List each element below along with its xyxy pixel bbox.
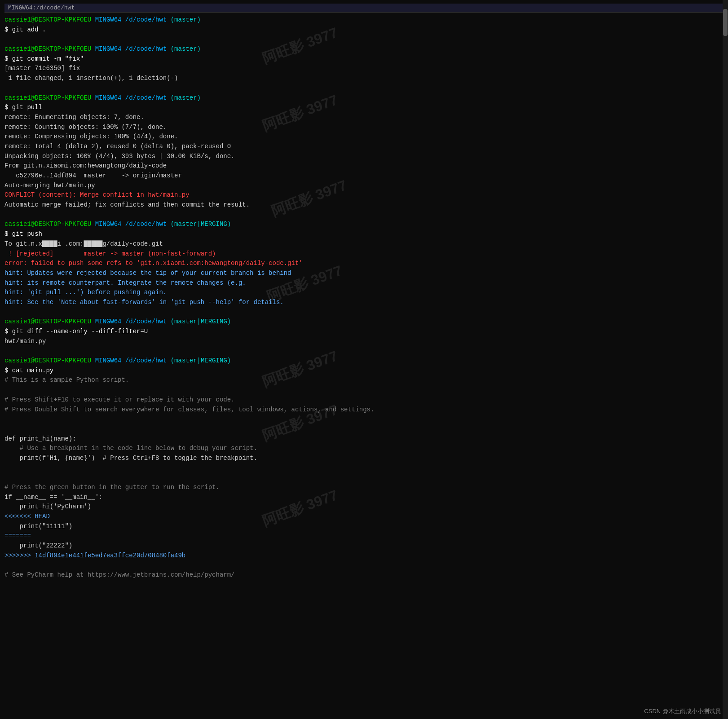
prompt-branch: (master|MERGING) (171, 318, 231, 325)
info-line: Auto-merging hwt/main.py (4, 182, 95, 189)
terminal-line: print("11111") (4, 522, 724, 532)
terminal-line (4, 35, 724, 44)
terminal-line: remote: Enumerating objects: 7, done. (4, 113, 724, 123)
info-line: Unpacking objects: 100% (4/4), 393 bytes… (4, 153, 234, 160)
scrollbar-thumb[interactable] (723, 9, 728, 36)
prompt-cmd: $ git commit -m "fix" (4, 55, 84, 62)
terminal-window: MINGW64:/d/code/hwt cassie1@DESKTOP-KPKF… (0, 0, 728, 719)
code-line: print("11111") (4, 523, 72, 530)
terminal-line: Auto-merging hwt/main.py (4, 181, 724, 191)
terminal-line (4, 210, 724, 220)
info-line: remote: Total 4 (delta 2), reused 0 (del… (4, 143, 231, 150)
terminal-line: c52796e..14df894 master -> origin/master (4, 171, 724, 181)
terminal-line: ======= (4, 531, 724, 541)
terminal-line: cassie1@DESKTOP-KPKFOEU MINGW64 /d/code/… (4, 317, 724, 336)
code-comment-line: # This is a sample Python script. (4, 376, 129, 384)
title-text: MINGW64:/d/code/hwt (8, 4, 75, 11)
terminal-line: # Press the green button in the gutter t… (4, 483, 724, 493)
terminal-line: CONFLICT (content): Merge conflict in hw… (4, 190, 724, 200)
hint-line: hint: 'git pull ...') before pushing aga… (4, 289, 167, 296)
prompt-cmd: $ git add . (4, 26, 46, 33)
terminal-line (4, 473, 724, 483)
terminal-line: error: failed to push some refs to 'git.… (4, 259, 724, 269)
terminal-line: Unpacking objects: 100% (4/4), 393 bytes… (4, 152, 724, 162)
rejected-line: ! [rejected] master -> master (non-fast-… (4, 250, 216, 257)
terminal-line (4, 346, 724, 356)
hint-line: hint: See the 'Note about fast-forwards'… (4, 299, 284, 306)
info-line: Automatic merge failed; fix conflicts an… (4, 201, 250, 208)
terminal-line (4, 415, 724, 424)
terminal-line (4, 463, 724, 473)
terminal-line: print(f'Hi, {name}') # Press Ctrl+F8 to … (4, 454, 724, 463)
terminal-line: remote: Compressing objects: 100% (4/4),… (4, 132, 724, 142)
info-line: [master 71e6350] fix (4, 65, 80, 72)
terminal-line: From git.n.xiaomi.com:hewangtong/daily-c… (4, 161, 724, 171)
code-comment-line: # Press Double Shift to search everywher… (4, 406, 374, 413)
scrollbar[interactable] (723, 0, 728, 719)
terminal-line (4, 308, 724, 318)
terminal-line: # Press Shift+F10 to execute it or repla… (4, 395, 724, 405)
code-comment-line: # Use a breakpoint in the code line belo… (4, 445, 257, 452)
terminal-line: hint: Updates were rejected because the … (4, 269, 724, 278)
prompt-path: MINGW64 /d/code/hwt (95, 94, 167, 101)
terminal-line (4, 561, 724, 571)
terminal-line: hint: 'git pull ...') before pushing aga… (4, 288, 724, 298)
terminal-line: cassie1@DESKTOP-KPKFOEU MINGW64 /d/code/… (4, 93, 724, 113)
terminal-line: [master 71e6350] fix (4, 64, 724, 74)
terminal-line: Automatic merge failed; fix conflicts an… (4, 200, 724, 210)
terminal-line: # Use a breakpoint in the code line belo… (4, 444, 724, 454)
code-line: print_hi('PyCharm') (4, 503, 91, 510)
code-comment-line: # Press the green button in the gutter t… (4, 484, 220, 491)
hint-line: hint: its remote counterpart. Integrate … (4, 279, 246, 287)
title-bar: MINGW64:/d/code/hwt (4, 4, 724, 13)
terminal-line: cassie1@DESKTOP-KPKFOEU MINGW64 /d/code/… (4, 220, 724, 239)
prompt-user: cassie1@DESKTOP-KPKFOEU (4, 45, 91, 53)
terminal-body[interactable]: cassie1@DESKTOP-KPKFOEU MINGW64 /d/code/… (4, 15, 724, 580)
prompt-cmd: $ cat main.py (4, 367, 53, 374)
info-line: hwt/main.py (4, 338, 46, 345)
code-line: print(f'Hi, {name}') # Press Ctrl+F8 to … (4, 454, 257, 462)
terminal-line: cassie1@DESKTOP-KPKFOEU MINGW64 /d/code/… (4, 356, 724, 375)
info-line: remote: Enumerating objects: 7, done. (4, 114, 144, 121)
prompt-user: cassie1@DESKTOP-KPKFOEU (4, 221, 91, 228)
git-marker-head: <<<<<<< HEAD (4, 513, 50, 520)
code-line: def print_hi(name): (4, 435, 76, 442)
info-line: To git.n.x████i .com:█████g/daily-code.g… (4, 240, 163, 247)
terminal-line: 1 file changed, 1 insertion(+), 1 deleti… (4, 74, 724, 84)
terminal-line: remote: Total 4 (delta 2), reused 0 (del… (4, 142, 724, 152)
prompt-branch: (master) (171, 16, 201, 23)
prompt-branch: (master) (171, 45, 201, 53)
hint-line: hint: Updates were rejected because the … (4, 269, 291, 277)
code-comment-line: # See PyCharm help at https://www.jetbra… (4, 571, 234, 578)
prompt-cmd: $ git push (4, 230, 42, 238)
code-line: print("22222") (4, 542, 72, 549)
conflict-line: CONFLICT (content): Merge conflict in hw… (4, 191, 190, 198)
terminal-line (4, 424, 724, 434)
prompt-path: MINGW64 /d/code/hwt (95, 357, 167, 364)
terminal-line: # See PyCharm help at https://www.jetbra… (4, 570, 724, 580)
prompt-user: cassie1@DESKTOP-KPKFOEU (4, 357, 91, 364)
info-line: c52796e..14df894 master -> origin/master (4, 172, 182, 179)
terminal-line: # Press Double Shift to search everywher… (4, 405, 724, 415)
prompt-path: MINGW64 /d/code/hwt (95, 221, 167, 228)
terminal-line: cassie1@DESKTOP-KPKFOEU MINGW64 /d/code/… (4, 15, 724, 35)
prompt-user: cassie1@DESKTOP-KPKFOEU (4, 16, 91, 23)
terminal-line: >>>>>>> 14df894e1e441fe5ed7ea3ffce20d708… (4, 551, 724, 561)
terminal-line: remote: Counting objects: 100% (7/7), do… (4, 123, 724, 132)
code-comment-line: # Press Shift+F10 to execute it or repla… (4, 396, 234, 403)
prompt-cmd: $ git diff --name-only --diff-filter=U (4, 328, 148, 335)
footer: CSDN @木土雨成小小测试员 (644, 707, 721, 715)
error-line: error: failed to push some refs to 'git.… (4, 260, 303, 267)
info-line: From git.n.xiaomi.com:hewangtong/daily-c… (4, 162, 167, 169)
terminal-line: cassie1@DESKTOP-KPKFOEU MINGW64 /d/code/… (4, 44, 724, 64)
prompt-path: MINGW64 /d/code/hwt (95, 16, 167, 23)
git-marker-sep: ======= (4, 532, 31, 539)
prompt-path: MINGW64 /d/code/hwt (95, 318, 167, 325)
terminal-line: ! [rejected] master -> master (non-fast-… (4, 249, 724, 259)
prompt-branch: (master) (171, 94, 201, 101)
info-line: remote: Compressing objects: 100% (4/4),… (4, 133, 178, 140)
terminal-line: print("22222") (4, 541, 724, 551)
git-marker-end: >>>>>>> 14df894e1e441fe5ed7ea3ffce20d708… (4, 552, 185, 559)
code-line: if __name__ == '__main__': (4, 494, 102, 501)
terminal-line (4, 385, 724, 395)
